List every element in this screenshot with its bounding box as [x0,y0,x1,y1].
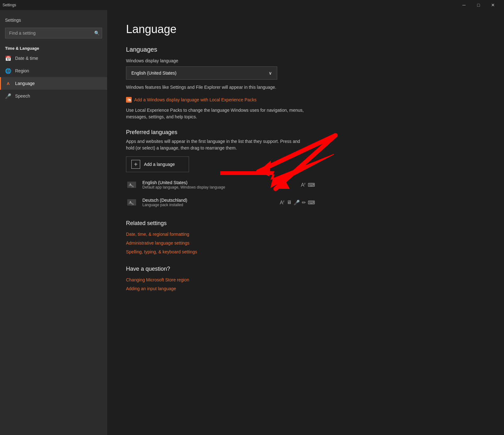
main-content: Language Languages Windows display langu… [107,10,504,435]
deutsch-lang-info: Deutsch (Deutschland) Language pack inst… [142,198,275,207]
close-button[interactable]: ✕ [486,0,500,10]
add-language-label: Add a language [144,162,175,167]
sidebar-header: Settings [0,15,107,28]
english-icon-keyboard: ⌨ [308,182,315,188]
display-lang-label: Windows display language [126,58,485,63]
related-link-spelling[interactable]: Spelling, typing, & keyboard settings [126,249,485,254]
pref-section-title: Preferred languages [126,129,485,136]
question-title: Have a question? [126,266,485,272]
language-icon: A [5,80,11,87]
sidebar-item-speech[interactable]: 🎤 Speech [0,90,107,102]
sidebar-item-language[interactable]: A Language [0,77,107,90]
display-lang-dropdown[interactable]: English (United States) ∨ [126,66,277,80]
sidebar: Settings 🔍 Time & Language 📅 Date & time… [0,10,107,435]
english-icon-text: Aᶠ [301,182,306,188]
language-item-english[interactable]: A A English (United States) Default app … [126,176,315,194]
svg-text:A: A [132,202,134,206]
lep-link[interactable]: 🛍 Add a Windows display language with Lo… [126,97,485,103]
page-title: Language [126,23,485,36]
sidebar-item-label-date-time: Date & time [15,56,38,61]
question-link-input[interactable]: Adding an input language [126,286,485,291]
sidebar-item-label-region: Region [15,68,29,73]
sidebar-item-label-speech: Speech [15,93,30,99]
deutsch-icon-keyboard: ⌨ [308,200,315,206]
deutsch-icon-display: 🖥 [287,200,292,205]
languages-section-title: Languages [126,46,485,53]
question-link-store[interactable]: Changing Microsoft Store region [126,277,485,282]
deutsch-lang-name: Deutsch (Deutschland) [142,198,275,203]
maximize-button[interactable]: □ [471,0,486,10]
sidebar-item-region[interactable]: 🌐 Region [0,65,107,77]
related-link-admin[interactable]: Administrative language settings [126,240,485,246]
region-icon: 🌐 [5,68,11,74]
deutsch-flag-icon: A A [126,197,137,208]
english-flag-icon: A A [126,179,137,190]
speech-icon: 🎤 [5,93,11,99]
english-lang-info: English (United States) Default app lang… [142,180,296,189]
title-bar: Settings ─ □ ✕ [0,0,504,10]
search-input[interactable] [5,28,102,38]
dropdown-arrow-icon: ∨ [269,71,272,76]
pref-desc: Apps and websites will appear in the fir… [126,138,309,151]
window-controls: ─ □ ✕ [457,0,500,10]
nav-section-title: Time & Language [0,43,107,52]
add-language-button[interactable]: + Add a language [126,156,189,172]
related-settings-title: Related settings [126,220,485,227]
sidebar-item-date-time[interactable]: 📅 Date & time [0,52,107,65]
app-title: Settings [3,3,16,7]
lep-icon: 🛍 [126,97,132,103]
language-item-deutsch[interactable]: A A Deutsch (Deutschland) Language pack … [126,194,315,211]
english-lang-name: English (United States) [142,180,296,185]
minimize-button[interactable]: ─ [457,0,471,10]
svg-text:A: A [132,185,134,188]
english-lang-sub: Default app language, Windows display la… [142,185,296,189]
display-lang-value: English (United States) [131,71,176,76]
display-lang-desc: Windows features like Settings and File … [126,84,315,91]
english-lang-icons: Aᶠ ⌨ [301,182,315,188]
search-box: 🔍 [5,28,102,38]
deutsch-icon-handwrite: ✏ [302,200,306,206]
plus-icon: + [131,160,140,169]
search-icon-button[interactable]: 🔍 [94,31,100,36]
date-time-icon: 📅 [5,55,11,61]
lep-desc: Use Local Experience Packs to change the… [126,107,315,120]
sidebar-item-label-language: Language [15,81,35,86]
lep-link-text: Add a Windows display language with Loca… [134,97,256,102]
deutsch-icon-text: Aᶠ [280,200,285,206]
related-link-date-time[interactable]: Date, time, & regional formatting [126,232,485,237]
deutsch-lang-icons: Aᶠ 🖥 🎤 ✏ ⌨ [280,200,315,206]
app-container: Settings 🔍 Time & Language 📅 Date & time… [0,10,504,435]
deutsch-icon-speech: 🎤 [294,200,300,206]
deutsch-lang-sub: Language pack installed [142,203,275,207]
